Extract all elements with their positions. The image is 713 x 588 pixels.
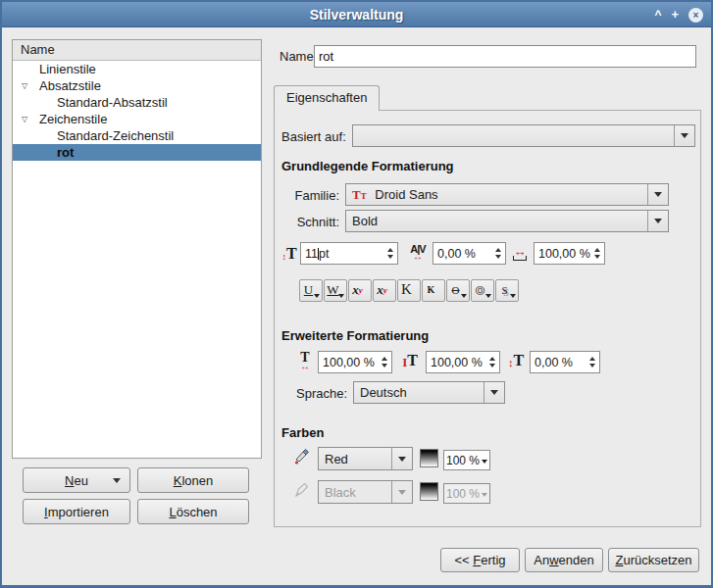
spin-up-icon[interactable] — [387, 248, 393, 252]
tree-column-header: Name — [13, 40, 261, 61]
shadow-button[interactable]: S — [495, 279, 519, 302]
chevron-down-icon — [482, 493, 487, 497]
strikethrough-button[interactable]: O — [446, 279, 470, 302]
chevron-down-icon — [461, 294, 467, 298]
chevron-down-icon — [654, 219, 662, 223]
clone-button[interactable]: Klonen — [137, 467, 249, 493]
import-button-label: Importieren — [44, 505, 109, 519]
underline-words-button[interactable]: W — [324, 279, 347, 302]
font-size-value: 11pt — [301, 247, 384, 261]
tree-item-standard-absatzstil[interactable]: Standard-Absatzstil — [13, 94, 261, 111]
fill-shade-gradient-swatch — [420, 449, 438, 467]
titlebar[interactable]: Stilverwaltung ^ + × — [2, 2, 711, 27]
name-input[interactable]: rot — [314, 45, 696, 68]
name-input-value: rot — [319, 49, 333, 64]
font-family-combobox[interactable]: TT Droid Sans — [345, 183, 669, 206]
expander-icon[interactable]: ▽ — [22, 77, 27, 94]
font-size-spinbox[interactable]: 11pt — [300, 242, 398, 265]
fill-color-value: Red — [319, 452, 391, 466]
apply-button[interactable]: Anwenden — [525, 548, 603, 572]
advanced-formatting-heading: Erweiterte Formatierung — [281, 328, 429, 343]
colors-heading: Farben — [281, 425, 324, 440]
spin-down-icon[interactable] — [589, 364, 595, 368]
based-on-label: Basiert auf: — [281, 129, 346, 144]
stroke-color-value: Black — [319, 485, 391, 500]
small-caps-button[interactable]: K — [422, 279, 445, 302]
new-menu-arrow-icon — [113, 478, 121, 483]
spin-down-icon[interactable] — [594, 255, 600, 259]
maximize-window-icon[interactable]: + — [671, 8, 679, 22]
all-caps-button[interactable]: K — [397, 279, 421, 302]
based-on-combobox[interactable] — [352, 124, 695, 147]
superscript-button[interactable]: xy — [373, 279, 396, 302]
chevron-down-icon — [482, 460, 487, 464]
tree-item-zeichenstile[interactable]: ▽ Zeichenstile — [13, 111, 261, 127]
reset-button-label: Zurücksetzen — [615, 553, 691, 567]
tree-item-label: Standard-Zeichenstil — [57, 128, 174, 143]
h-scale-spinbox[interactable]: 100,00 % — [318, 351, 392, 373]
truetype-font-icon: TT — [352, 187, 367, 202]
spin-down-icon[interactable] — [387, 255, 393, 259]
name-label: Name: — [280, 49, 317, 64]
window-controls: ^ + × — [654, 2, 703, 27]
stroke-shade-button: 100 % — [443, 483, 490, 504]
underline-button[interactable]: U — [299, 279, 323, 302]
window-title: Stilverwaltung — [310, 7, 404, 23]
baseline-offset-icon: ↕T — [505, 349, 527, 372]
fill-color-combobox[interactable]: Red — [318, 447, 413, 470]
spin-up-icon[interactable] — [589, 357, 595, 361]
h-scale-value: 100,00 % — [319, 356, 379, 369]
done-button[interactable]: << Fertig — [440, 548, 520, 572]
tree-item-standard-zeichenstil[interactable]: Standard-Zeichenstil — [13, 127, 261, 144]
tab-eigenschaften[interactable]: Eigenschaften — [274, 85, 380, 111]
language-value: Deutsch — [354, 385, 484, 400]
chevron-down-icon — [485, 294, 491, 298]
spin-up-icon[interactable] — [594, 248, 600, 252]
shade-window-icon[interactable]: ^ — [654, 8, 661, 22]
fill-shade-value: 100 % — [446, 454, 480, 467]
tree-item-label: Absatzstile — [39, 78, 101, 93]
text-width-value: 100,00 % — [535, 247, 591, 261]
tracking-spinbox[interactable]: 0,00 % — [433, 242, 506, 265]
style-tree: Name Linienstile ▽ Absatzstile Standard-… — [12, 39, 262, 459]
stroke-shade-value: 100 % — [446, 487, 480, 501]
spin-up-icon[interactable] — [495, 248, 501, 252]
baseline-offset-spinbox[interactable]: 0,00 % — [530, 351, 600, 373]
tree-item-rot-selected[interactable]: rot — [13, 144, 261, 161]
close-window-icon[interactable]: × — [688, 8, 703, 23]
apply-button-label: Anwenden — [534, 553, 593, 567]
subscript-button[interactable]: xy — [348, 279, 372, 302]
reset-button[interactable]: Zurücksetzen — [608, 548, 699, 572]
fill-shade-button[interactable]: 100 % — [443, 450, 490, 470]
import-button[interactable]: Importieren — [23, 499, 130, 524]
spin-down-icon[interactable] — [495, 255, 501, 259]
font-style-combobox[interactable]: Bold — [345, 210, 669, 232]
expander-icon[interactable]: ▽ — [22, 111, 27, 127]
h-scale-icon: T ↔ — [295, 349, 315, 372]
tree-item-absatzstile[interactable]: ▽ Absatzstile — [13, 77, 261, 94]
spin-down-icon[interactable] — [489, 364, 495, 368]
new-button[interactable]: Neu — [23, 467, 130, 493]
tree-item-label: Standard-Absatzstil — [57, 95, 168, 110]
delete-button-label: Löschen — [169, 505, 217, 519]
language-label: Sprache: — [296, 386, 347, 401]
v-scale-spinbox[interactable]: 100,00 % — [426, 351, 500, 373]
chevron-down-icon — [398, 490, 406, 495]
tracking-value: 0,00 % — [433, 247, 492, 261]
spin-up-icon[interactable] — [382, 357, 387, 361]
language-combobox[interactable]: Deutsch — [353, 381, 505, 404]
chevron-down-icon — [338, 294, 344, 298]
tree-item-linienstile[interactable]: Linienstile — [13, 61, 261, 77]
basic-formatting-heading: Grundlegende Formatierung — [281, 159, 454, 173]
delete-button[interactable]: Löschen — [137, 499, 249, 524]
spin-up-icon[interactable] — [489, 357, 495, 361]
chevron-down-icon — [490, 390, 498, 395]
spin-down-icon[interactable] — [382, 364, 387, 368]
outline-button[interactable]: O — [471, 279, 494, 302]
stroke-color-pen-icon — [292, 480, 312, 503]
baseline-offset-value: 0,00 % — [531, 356, 586, 369]
text-width-icon: ↔ — [509, 241, 531, 265]
clone-button-label: Klonen — [174, 473, 213, 488]
new-button-label: Neu — [65, 473, 88, 488]
text-width-spinbox[interactable]: 100,00 % — [534, 242, 605, 265]
